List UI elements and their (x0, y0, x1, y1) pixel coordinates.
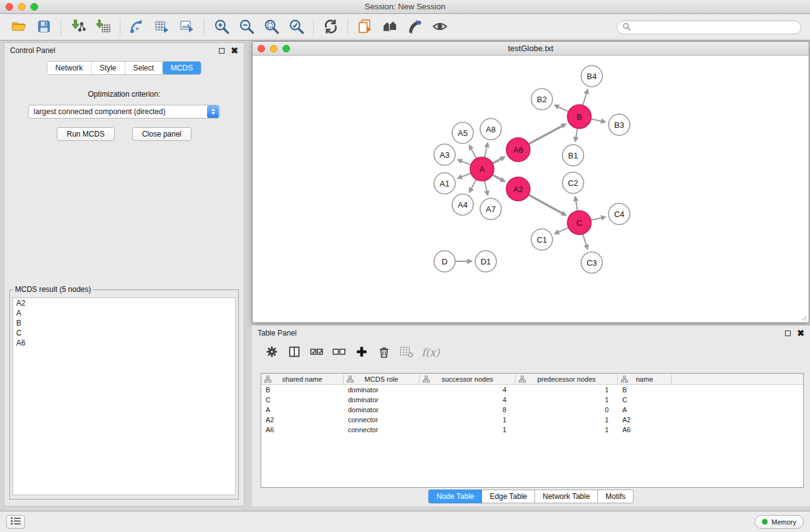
delete-column-button[interactable] (374, 343, 394, 362)
column-header-successor-nodes[interactable]: successor nodes (420, 374, 516, 384)
network-node-A4[interactable]: A4 (452, 194, 473, 215)
network-edge-B-B2[interactable] (555, 105, 569, 112)
network-node-A7[interactable]: A7 (480, 198, 501, 220)
network-edge-A2-C[interactable] (529, 195, 566, 215)
import-network-file-button[interactable] (65, 16, 90, 39)
tab-motifs[interactable]: Motifs (598, 490, 634, 503)
network-node-B1[interactable]: B1 (562, 145, 584, 166)
task-history-button[interactable] (6, 515, 25, 529)
zoom-fit-button[interactable] (259, 16, 284, 39)
network-node-A5[interactable]: A5 (452, 122, 473, 143)
network-node-C4[interactable]: C4 (609, 203, 630, 225)
network-edge-C-C3[interactable] (583, 234, 587, 249)
resize-grip-icon[interactable] (799, 313, 808, 321)
table-row[interactable]: A2connector11A2 (261, 415, 803, 425)
network-node-C[interactable]: C (567, 211, 591, 235)
deselect-all-rows-button[interactable] (329, 343, 349, 362)
save-session-button[interactable] (31, 16, 56, 39)
network-edge-C-C1[interactable] (555, 228, 569, 234)
close-window-icon[interactable] (6, 3, 13, 11)
import-table-file-button[interactable] (90, 16, 115, 39)
run-mcds-button[interactable]: Run MCDS (57, 127, 115, 141)
export-image-button[interactable] (175, 16, 200, 39)
network-edge-A-A2[interactable] (493, 175, 504, 181)
show-graphics-details-button[interactable] (427, 16, 452, 39)
network-edge-C-C4[interactable] (591, 217, 605, 220)
network-node-D[interactable]: D (434, 251, 455, 272)
column-header-predecessor-nodes[interactable]: predecessor nodes (516, 374, 618, 384)
close-panel-icon[interactable]: ✖ (231, 46, 238, 55)
network-edge-B-B4[interactable] (583, 90, 588, 105)
network-edge-A-A5[interactable] (470, 145, 476, 158)
column-header-MCDS-role[interactable]: MCDS role (344, 374, 420, 384)
zoom-in-button[interactable] (209, 16, 234, 39)
network-window-titlebar[interactable]: testGlobe.txt (253, 42, 809, 56)
network-edge-A-A1[interactable] (458, 173, 471, 178)
table-row[interactable]: Bdominator41B (261, 385, 803, 395)
network-node-B4[interactable]: B4 (581, 65, 602, 87)
float-table-panel-icon[interactable] (785, 331, 791, 336)
zoom-out-button[interactable] (234, 16, 259, 39)
optimization-criterion-select[interactable]: largest connected component (directed) (28, 105, 220, 118)
table-row[interactable]: Adominator80A (261, 405, 803, 415)
table-row[interactable]: Cdominator41C (261, 395, 803, 405)
network-edge-B-B3[interactable] (591, 119, 605, 122)
welcome-screen-button[interactable] (377, 16, 402, 39)
new-table-from-network-button[interactable] (150, 16, 175, 39)
tab-style[interactable]: Style (92, 62, 125, 74)
float-panel-icon[interactable] (219, 48, 224, 54)
network-node-C3[interactable]: C3 (581, 252, 602, 273)
column-header-shared-name[interactable]: shared name (261, 374, 344, 384)
open-session-button[interactable] (6, 16, 31, 39)
network-canvas[interactable]: B4B2BB3A5A8A6B1A3AA1C2A2A4A7C4CC1C3DD1 (253, 56, 808, 322)
network-edge-A-A8[interactable] (485, 143, 488, 157)
tab-mcds[interactable]: MCDS (163, 62, 201, 74)
network-node-B3[interactable]: B3 (609, 114, 630, 135)
network-node-B2[interactable]: B2 (531, 89, 552, 110)
network-edge-A6-B[interactable] (529, 124, 566, 144)
mcds-result-item[interactable]: C (13, 328, 235, 338)
minimize-network-window-icon[interactable] (270, 45, 277, 52)
show-column-button[interactable] (284, 343, 304, 362)
function-builder-button[interactable]: f(x) (422, 346, 440, 359)
network-edge-A-A3[interactable] (458, 160, 471, 165)
column-header-name[interactable]: name (618, 374, 672, 384)
network-edge-C-C2[interactable] (576, 197, 578, 211)
tab-edge-table[interactable]: Edge Table (482, 490, 535, 503)
zoom-network-window-icon[interactable] (282, 45, 290, 52)
select-all-rows-button[interactable] (307, 343, 327, 362)
network-node-B[interactable]: B (567, 105, 591, 128)
network-node-A6[interactable]: A6 (506, 138, 530, 162)
close-network-window-icon[interactable] (258, 45, 265, 52)
table-settings-button[interactable] (262, 343, 282, 362)
close-table-panel-icon[interactable]: ✖ (797, 329, 804, 337)
new-network-button[interactable] (125, 16, 150, 39)
close-panel-button[interactable]: Close panel (132, 127, 191, 141)
refresh-layout-button[interactable] (318, 16, 343, 39)
tab-network[interactable]: Network (47, 62, 92, 74)
search-input[interactable] (634, 23, 796, 32)
network-node-A[interactable]: A (470, 157, 494, 181)
network-edge-A-A4[interactable] (470, 180, 476, 192)
network-node-C2[interactable]: C2 (562, 172, 584, 193)
open-documents-button[interactable] (352, 16, 377, 39)
tab-select[interactable]: Select (125, 62, 163, 74)
zoom-selected-button[interactable] (284, 16, 309, 39)
network-node-A1[interactable]: A1 (434, 173, 455, 194)
network-node-A3[interactable]: A3 (434, 144, 455, 165)
tab-network-table[interactable]: Network Table (535, 490, 598, 503)
network-edge-A-A7[interactable] (485, 181, 488, 195)
mcds-result-item[interactable]: A6 (13, 338, 235, 348)
mcds-result-item[interactable]: A2 (13, 298, 235, 308)
network-node-A2[interactable]: A2 (506, 177, 530, 201)
network-node-A8[interactable]: A8 (480, 118, 501, 140)
delete-table-button[interactable] (397, 343, 417, 362)
table-row[interactable]: A6connector11A6 (261, 425, 803, 435)
mcds-result-item[interactable]: A (13, 308, 235, 318)
network-node-D1[interactable]: D1 (475, 251, 496, 272)
paint-style-button[interactable] (402, 16, 427, 39)
network-node-C1[interactable]: C1 (531, 229, 552, 250)
zoom-window-icon[interactable] (31, 3, 38, 11)
network-edge-B-B1[interactable] (576, 128, 577, 142)
network-edge-A-A6[interactable] (493, 157, 504, 163)
